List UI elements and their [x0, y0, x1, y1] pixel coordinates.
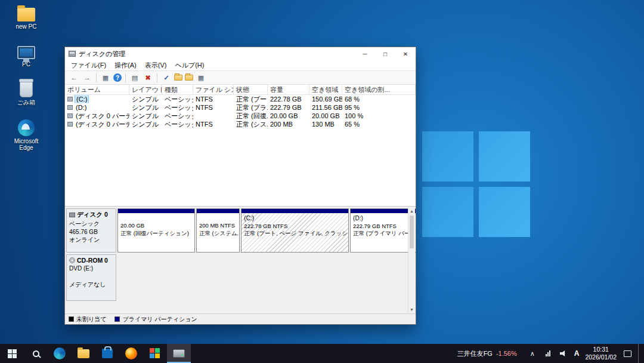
cell-capacity: 20.00 GB [268, 112, 309, 120]
disk-size: 465.76 GB [69, 228, 113, 236]
menu-view[interactable]: 表示(V) [141, 60, 171, 70]
volume-icon[interactable] [559, 350, 568, 356]
menu-bar: ファイル(F) 操作(A) 表示(V) ヘルプ(H) [65, 60, 416, 71]
graphical-view-pane: ディスク 0 ベーシック 465.76 GB オンライン 20.00 GB 正常… [65, 207, 416, 313]
vertical-scrollbar[interactable]: ▲ ▼ [408, 207, 415, 313]
action-pane-icon[interactable]: ▤ [129, 73, 140, 83]
column-header-volume[interactable]: ボリューム [65, 85, 129, 95]
scrollbar-thumb[interactable] [410, 216, 414, 248]
forward-icon[interactable]: → [82, 73, 92, 83]
partition-strip: 20.00 GB 正常 (回復パーティション) 200 MB NTFS 正常 (… [117, 208, 416, 253]
desktop-icon-recycle-bin[interactable]: ごみ箱 [7, 81, 45, 106]
close-button[interactable]: ✕ [395, 47, 416, 60]
title-bar[interactable]: ディスクの管理 ─ □ ✕ [65, 47, 416, 60]
table-row[interactable]: (C:) シンプル ベーシック NTFS 正常 (ブート... 222.78 G… [65, 95, 416, 103]
scroll-up-icon[interactable]: ▲ [408, 207, 415, 214]
disk0-info[interactable]: ディスク 0 ベーシック 465.76 GB オンライン [66, 208, 116, 253]
minimize-button[interactable]: ─ [355, 47, 375, 60]
cdrom-row: CD-ROM 0 DVD (E:) メディアなし [66, 254, 407, 301]
column-header-filesystem[interactable]: ファイル システム [193, 85, 234, 95]
action-center-icon[interactable] [623, 350, 632, 357]
column-header-status[interactable]: 状態 [234, 85, 268, 95]
volume-name: (ディスク 0 パーティシ... [75, 120, 129, 128]
partition-title: (C:) [244, 214, 346, 223]
toolbar-separator [96, 73, 97, 82]
desktop-icon-new-pc[interactable]: new PC [7, 5, 45, 30]
taskbar-edge[interactable] [48, 344, 72, 363]
partition-size: 222.79 GB NTFS [353, 223, 416, 230]
console-tree-icon[interactable]: ▦ [100, 73, 111, 83]
menu-action[interactable]: 操作(A) [111, 60, 140, 70]
menu-help[interactable]: ヘルプ(H) [171, 60, 208, 70]
desktop-icon-label: ごみ箱 [17, 99, 35, 106]
column-header-free[interactable]: 空き領域 [309, 85, 342, 95]
volume-icon [67, 113, 73, 118]
disk-icon [69, 213, 75, 217]
open-folder-icon[interactable] [174, 75, 182, 81]
taskbar-file-explorer[interactable] [72, 344, 95, 363]
windows-logo-icon [8, 349, 17, 358]
show-desktop-button[interactable] [638, 344, 640, 363]
column-header-layout[interactable]: レイアウト [129, 85, 162, 95]
disk-management-app-icon [69, 51, 76, 57]
table-row[interactable]: (ディスク 0 パーティシ... シンプル ベーシック NTFS 正常 (シス.… [65, 120, 416, 128]
start-button[interactable] [0, 344, 24, 363]
column-header-capacity[interactable]: 容量 [268, 85, 309, 95]
network-icon[interactable] [543, 350, 553, 356]
column-header-free-pct[interactable]: 空き領域の割... [342, 85, 416, 95]
desktop-icon-edge[interactable]: Microsoft Edge [7, 119, 45, 152]
menu-file[interactable]: ファイル(F) [67, 60, 110, 70]
mark-partition-icon[interactable]: ✓ [161, 73, 172, 83]
partition-color-bar [242, 209, 348, 213]
cell-free-pct: 100 % [342, 112, 416, 120]
hidden-icons-chevron[interactable]: ∧ [528, 350, 537, 358]
cdrom-info[interactable]: CD-ROM 0 DVD (E:) メディアなし [66, 254, 116, 301]
scroll-down-icon[interactable]: ▼ [408, 306, 415, 313]
partition-d[interactable]: (D:) 222.79 GB NTFS 正常 (プライマリ パーティション) [350, 208, 416, 253]
column-header-type[interactable]: 種類 [162, 85, 193, 95]
toolbar-separator [157, 73, 157, 82]
delete-volume-icon[interactable]: ✖ [143, 73, 153, 83]
explore-folder-icon[interactable] [185, 75, 193, 81]
cell-capacity: 200 MB [268, 120, 309, 128]
maximize-button[interactable]: □ [375, 47, 395, 60]
cell-capacity: 222.78 GB [268, 95, 309, 103]
stock-name: 三井住友FG [457, 349, 493, 358]
partition-c[interactable]: (C:) 222.78 GB NTFS 正常 (ブート, ページ ファイル, ク… [241, 208, 349, 253]
volume-icon [67, 105, 73, 110]
back-icon[interactable]: ← [69, 73, 79, 83]
taskbar-firefox[interactable] [119, 344, 143, 363]
taskbar-disk-management-active[interactable] [167, 344, 191, 363]
cell-free: 130 MB [309, 120, 342, 128]
edge-icon [54, 347, 66, 359]
taskbar-app[interactable] [143, 344, 167, 363]
partition-recovery[interactable]: 20.00 GB 正常 (回復パーティション) [117, 208, 195, 253]
cell-status: 正常 (プラ... [234, 103, 268, 112]
store-icon [102, 349, 113, 358]
taskbar-store[interactable] [95, 344, 119, 363]
desktop-icon-pc[interactable]: PC [7, 44, 45, 68]
time: 10:31 [593, 346, 609, 353]
search-button[interactable] [24, 344, 48, 363]
ime-indicator[interactable]: A [574, 349, 580, 358]
computer-icon [17, 46, 35, 59]
system-tray: 三井住友FG -1.56% ∧ A 10:31 2026/01/02 [453, 344, 644, 363]
clock[interactable]: 10:31 2026/01/02 [585, 346, 617, 361]
help-icon[interactable]: ? [113, 73, 122, 82]
cell-type: ベーシック [162, 95, 193, 103]
partition-color-bar [351, 209, 416, 213]
partition-system[interactable]: 200 MB NTFS 正常 (システム... [196, 208, 240, 253]
firefox-icon [125, 347, 137, 359]
table-row[interactable]: (ディスク 0 パーティシ... シンプル ベーシック 正常 (回復... 20… [65, 112, 416, 120]
scrollbar-track[interactable] [408, 214, 415, 306]
table-row[interactable]: (D:) シンプル ベーシック NTFS 正常 (プラ... 222.79 GB… [65, 103, 416, 112]
cdrom-media-status: メディアなし [69, 281, 113, 289]
disk-type: ベーシック [69, 220, 113, 228]
news-interests-widget[interactable]: 三井住友FG -1.56% [453, 349, 522, 358]
cdrom-name: CD-ROM 0 [77, 257, 108, 264]
disk-name: ディスク 0 [77, 211, 108, 219]
folder-icon [17, 8, 35, 21]
properties-grid-icon[interactable]: ▦ [196, 73, 206, 83]
legend-label: プライマリ パーティション [122, 315, 197, 324]
desktop-icon-label: Microsoft Edge [7, 138, 45, 152]
